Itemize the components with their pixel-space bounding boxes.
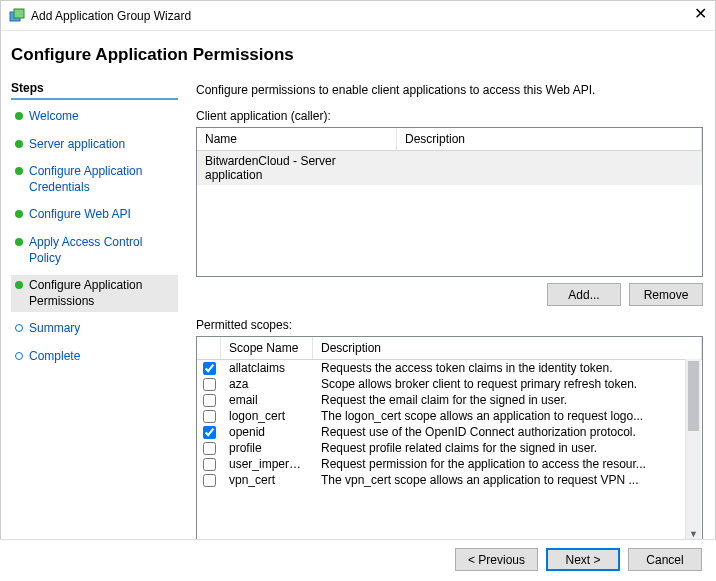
step-bullet-icon <box>15 210 23 218</box>
title-bar: Add Application Group Wizard ✕ <box>1 1 715 31</box>
scope-row[interactable]: logon_certThe logon_cert scope allows an… <box>197 408 702 424</box>
scope-row[interactable]: vpn_certThe vpn_cert scope allows an app… <box>197 472 702 488</box>
scope-description: Scope allows broker client to request pr… <box>313 376 702 392</box>
scope-row-checkbox-cell <box>197 361 221 376</box>
scope-description: Request permission for the application t… <box>313 456 702 472</box>
step-complete[interactable]: Complete <box>11 346 178 368</box>
scope-row-checkbox-cell <box>197 393 221 408</box>
scope-description: The logon_cert scope allows an applicati… <box>313 408 702 424</box>
client-application-list[interactable]: Name Description BitwardenCloud - Server… <box>196 127 703 277</box>
next-button[interactable]: Next > <box>546 548 620 571</box>
scope-row-checkbox-cell <box>197 457 221 472</box>
add-button[interactable]: Add... <box>547 283 621 306</box>
step-label: Configure Application Credentials <box>29 164 174 195</box>
main-panel: Configure permissions to enable client a… <box>186 73 715 578</box>
scope-header-name[interactable]: Scope Name <box>221 337 313 359</box>
scroll-thumb[interactable] <box>688 361 699 431</box>
scope-description: Request the email claim for the signed i… <box>313 392 702 408</box>
permitted-scopes-label: Permitted scopes: <box>196 318 703 332</box>
step-label: Complete <box>29 349 80 365</box>
scope-checkbox[interactable] <box>203 378 216 391</box>
scope-checkbox[interactable] <box>203 426 216 439</box>
scope-header-description[interactable]: Description <box>313 337 702 359</box>
scope-name: openid <box>221 424 313 440</box>
scope-row-checkbox-cell <box>197 377 221 392</box>
scope-row[interactable]: allatclaimsRequests the access token cla… <box>197 360 702 376</box>
step-server-application[interactable]: Server application <box>11 134 178 156</box>
step-bullet-icon <box>15 140 23 148</box>
scope-row-checkbox-cell <box>197 441 221 456</box>
scope-description: Request profile related claims for the s… <box>313 440 702 456</box>
step-label: Welcome <box>29 109 79 125</box>
scroll-down-icon[interactable]: ▼ <box>689 529 698 539</box>
scope-checkbox[interactable] <box>203 410 216 423</box>
step-bullet-icon <box>15 352 23 360</box>
wizard-icon <box>9 8 25 24</box>
scope-name: vpn_cert <box>221 472 313 488</box>
scope-scrollbar[interactable]: ▲ ▼ <box>685 359 701 539</box>
scope-row-checkbox-cell <box>197 409 221 424</box>
close-icon[interactable]: ✕ <box>694 6 707 22</box>
scope-name: profile <box>221 440 313 456</box>
scope-row-checkbox-cell <box>197 473 221 488</box>
scope-list-header: Scope Name Description <box>197 337 702 360</box>
previous-button[interactable]: < Previous <box>455 548 538 571</box>
step-apply-access-control-policy[interactable]: Apply Access Control Policy <box>11 232 178 269</box>
client-row-description <box>397 151 702 185</box>
scope-checkbox[interactable] <box>203 474 216 487</box>
step-bullet-icon <box>15 167 23 175</box>
scope-row[interactable]: openidRequest use of the OpenID Connect … <box>197 424 702 440</box>
steps-sidebar: Steps WelcomeServer applicationConfigure… <box>1 73 186 578</box>
scope-checkbox[interactable] <box>203 458 216 471</box>
steps-heading: Steps <box>11 79 178 100</box>
scope-row[interactable]: profileRequest profile related claims fo… <box>197 440 702 456</box>
scope-checkbox[interactable] <box>203 394 216 407</box>
step-bullet-icon <box>15 281 23 289</box>
step-summary[interactable]: Summary <box>11 318 178 340</box>
permitted-scopes-list[interactable]: Scope Name Description allatclaimsReques… <box>196 336 703 541</box>
remove-button[interactable]: Remove <box>629 283 703 306</box>
page-title: Configure Application Permissions <box>1 31 715 73</box>
step-bullet-icon <box>15 112 23 120</box>
step-label: Summary <box>29 321 80 337</box>
svg-rect-1 <box>14 9 24 18</box>
step-configure-application-permissions[interactable]: Configure Application Permissions <box>11 275 178 312</box>
step-configure-web-api[interactable]: Configure Web API <box>11 204 178 226</box>
scope-name: email <box>221 392 313 408</box>
step-bullet-icon <box>15 324 23 332</box>
step-configure-application-credentials[interactable]: Configure Application Credentials <box>11 161 178 198</box>
client-application-row[interactable]: BitwardenCloud - Server application <box>197 151 702 185</box>
scope-checkbox[interactable] <box>203 442 216 455</box>
scope-description: Request use of the OpenID Connect author… <box>313 424 702 440</box>
client-header-name[interactable]: Name <box>197 128 397 150</box>
scope-description: The vpn_cert scope allows an application… <box>313 472 702 488</box>
step-label: Apply Access Control Policy <box>29 235 174 266</box>
scope-name: aza <box>221 376 313 392</box>
client-header-description[interactable]: Description <box>397 128 702 150</box>
scope-header-check <box>197 337 221 359</box>
step-label: Configure Application Permissions <box>29 278 174 309</box>
scope-name: allatclaims <box>221 360 313 376</box>
wizard-footer: < Previous Next > Cancel <box>0 539 716 581</box>
window-title: Add Application Group Wizard <box>31 9 191 23</box>
step-label: Server application <box>29 137 125 153</box>
scope-description: Requests the access token claims in the … <box>313 360 702 376</box>
cancel-button[interactable]: Cancel <box>628 548 702 571</box>
client-row-name: BitwardenCloud - Server application <box>197 151 397 185</box>
step-welcome[interactable]: Welcome <box>11 106 178 128</box>
step-bullet-icon <box>15 238 23 246</box>
scope-row-checkbox-cell <box>197 425 221 440</box>
scope-checkbox[interactable] <box>203 362 216 375</box>
client-list-header: Name Description <box>197 128 702 151</box>
scope-name: user_imperso... <box>221 456 313 472</box>
instruction-text: Configure permissions to enable client a… <box>196 83 703 97</box>
scope-row[interactable]: user_imperso...Request permission for th… <box>197 456 702 472</box>
client-app-label: Client application (caller): <box>196 109 703 123</box>
scope-row[interactable]: azaScope allows broker client to request… <box>197 376 702 392</box>
scope-name: logon_cert <box>221 408 313 424</box>
step-label: Configure Web API <box>29 207 131 223</box>
scope-row[interactable]: emailRequest the email claim for the sig… <box>197 392 702 408</box>
